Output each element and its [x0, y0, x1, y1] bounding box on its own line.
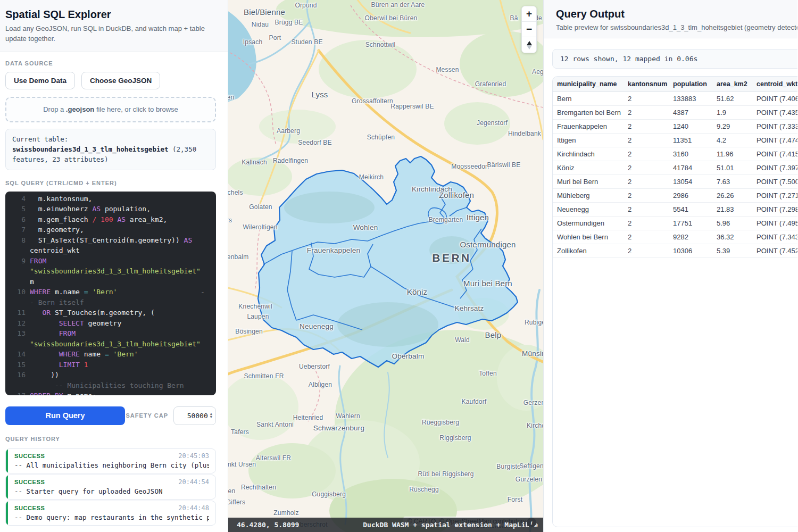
table-cell: Wohlen bei Bern — [553, 230, 624, 244]
geojson-dropzone[interactable]: Drop a .geojson file here, or click to b… — [5, 97, 216, 122]
table-row[interactable]: Köniz24178451.01POINT (7.3978 — [553, 161, 797, 175]
sidebar-body: DATA SOURCE Use Demo Data Choose GeoJSON… — [0, 60, 228, 532]
table-row[interactable]: Muri bei Bern2130547.63POINT (7.5000 — [553, 175, 797, 189]
output-body: 12 rows shown, 12 mapped in 0.06s munici… — [544, 38, 797, 527]
history-status: SUCCESS — [14, 479, 45, 485]
table-cell: POINT (7.2980 — [752, 203, 797, 217]
editor-line: 10WHERE m.name = 'Bern' - — [12, 287, 210, 297]
result-status: 12 rows shown, 12 mapped in 0.06s — [552, 49, 797, 69]
result-table-head: municipality_namekantonsnumpopulationare… — [553, 77, 797, 92]
history-item[interactable]: SUCCESS20:45:03-- All municipalities nei… — [5, 448, 216, 473]
table-cell: 2 — [624, 203, 669, 217]
editor-line: 5 m.einwohnerz AS population, — [12, 204, 210, 214]
query-output-panel: Query Output Table preview for swissboun… — [543, 0, 797, 532]
table-cell: 10306 — [669, 244, 712, 258]
column-header: area_km2 — [712, 77, 752, 92]
table-row[interactable]: Bremgarten bei Bern243871.9POINT (7.4354 — [553, 106, 797, 120]
history-query-text: -- Starter query for uploaded GeoJSON — [14, 487, 209, 495]
history-timestamp: 20:44:54 — [178, 478, 209, 486]
column-header: kantonsnum — [624, 77, 669, 92]
table-cell: Muri bei Bern — [553, 175, 624, 189]
engine-label: DuckDB WASM + spatial extension + MapLib… — [363, 521, 538, 529]
table-cell: POINT (7.5000 — [752, 175, 797, 189]
history-item[interactable]: SUCCESS20:44:54-- Starter query for uplo… — [5, 475, 216, 500]
table-row[interactable]: Mühleberg2298626.26POINT (7.2719 — [553, 189, 797, 203]
output-subtitle: Table preview for swissboundaries3d_1_3_… — [556, 23, 797, 31]
table-row[interactable]: Zollikofen2103065.39POINT (7.4524 — [553, 244, 797, 258]
output-title: Query Output — [556, 8, 797, 20]
editor-line: 12 SELECT geometry — [12, 318, 210, 329]
table-cell: POINT (7.3978 — [752, 161, 797, 175]
table-cell: Ittigen — [553, 134, 624, 147]
dropzone-text: Drop a .geojson file here, or click to b… — [43, 105, 178, 113]
table-cell: 2 — [624, 147, 669, 161]
table-cell: 9.29 — [712, 120, 752, 134]
history-success-bar — [6, 449, 8, 473]
table-cell: Bern — [553, 92, 624, 106]
editor-line: -- Municipalities touching Bern — [12, 380, 210, 391]
editor-line: 17ORDER BY m.name; — [12, 390, 210, 395]
compass-button[interactable] — [522, 37, 536, 53]
table-cell: 4387 — [669, 106, 712, 120]
table-cell: Zollikofen — [553, 244, 624, 258]
zoom-in-button[interactable]: + — [522, 6, 536, 22]
safety-cap-input[interactable]: 50000 ▲▼ — [173, 406, 216, 425]
column-header: municipality_name — [553, 77, 624, 92]
table-cell: 1240 — [669, 120, 712, 134]
table-row[interactable]: Ostermundigen2177515.96POINT (7.4955 — [553, 217, 797, 230]
table-cell: Mühleberg — [553, 189, 624, 203]
history-query-text: -- All municipalities neighboring Bern c… — [14, 461, 209, 469]
choose-geojson-button[interactable]: Choose GeoJSON — [81, 72, 160, 89]
map-canvas[interactable]: Biel/BienneOrpundBüren an der AareOberwi… — [228, 0, 543, 532]
history-status: SUCCESS — [14, 453, 45, 459]
safety-cap-label: SAFETY CAP — [126, 412, 168, 419]
table-row[interactable]: Kirchlindach2316011.96POINT (7.4157 — [553, 147, 797, 161]
table-row[interactable]: Wohlen bei Bern2928236.32POINT (7.3436 — [553, 230, 797, 244]
query-history-list: SUCCESS20:45:03-- All municipalities nei… — [5, 448, 216, 526]
info-icon[interactable]: i — [527, 518, 536, 527]
data-source-buttons: Use Demo Data Choose GeoJSON — [5, 72, 216, 89]
table-cell: POINT (7.3436 — [752, 230, 797, 244]
editor-line: 9FROM — [12, 256, 210, 267]
table-cell: Bremgarten bei Bern — [553, 106, 624, 120]
editor-line: 15 LIMIT 1 — [12, 360, 210, 370]
table-row[interactable]: Bern213388351.62POINT (7.4063 — [553, 92, 797, 106]
table-row[interactable]: Neuenegg2554121.83POINT (7.2980 — [553, 203, 797, 217]
table-cell: 2 — [624, 106, 669, 120]
editor-line: "swissboundaries3d_1_3_tlm_hoheitsgebiet… — [12, 339, 210, 350]
editor-line: 4 m.kantonsnum, — [12, 194, 210, 204]
table-cell: Köniz — [553, 161, 624, 175]
table-cell: 41784 — [669, 161, 712, 175]
table-cell: 11.96 — [712, 147, 752, 161]
app-subtitle: Load any GeoJSON, run SQL in DuckDB, and… — [5, 24, 216, 44]
sidebar: Spatial SQL Explorer Load any GeoJSON, r… — [0, 0, 228, 532]
table-cell: Neuenegg — [553, 203, 624, 217]
table-row[interactable]: Ittigen2113514.2POINT (7.4745 — [553, 134, 797, 147]
current-table-info: Current table: swissboundaries3d_1_3_tlm… — [5, 129, 216, 170]
history-success-bar — [6, 475, 8, 499]
table-cell: 2 — [624, 217, 669, 230]
editor-line: m — [12, 277, 210, 287]
table-cell: 13054 — [669, 175, 712, 189]
table-cell: 17751 — [669, 217, 712, 230]
run-query-button[interactable]: Run Query — [5, 406, 125, 425]
result-table-body: Bern213388351.62POINT (7.4063Bremgarten … — [553, 92, 797, 258]
editor-line: 16 )) — [12, 370, 210, 380]
editor-line: 13 FROM — [12, 328, 210, 339]
safety-cap-value: 50000 — [179, 412, 210, 420]
table-cell: Frauenkappelen — [553, 120, 624, 134]
table-row[interactable]: Frauenkappelen212409.29POINT (7.3334 — [553, 120, 797, 134]
table-cell: 1.9 — [712, 106, 752, 120]
sql-editor[interactable]: 4 m.kantonsnum,5 m.einwohnerz AS populat… — [5, 192, 216, 395]
table-cell: 51.62 — [712, 92, 752, 106]
table-cell: 11351 — [669, 134, 712, 147]
column-header: population — [669, 77, 712, 92]
table-cell: POINT (7.4354 — [752, 106, 797, 120]
stepper-arrows-icon[interactable]: ▲▼ — [210, 412, 212, 419]
history-status: SUCCESS — [14, 505, 45, 511]
table-cell: POINT (7.4745 — [752, 134, 797, 147]
history-item[interactable]: SUCCESS20:44:48-- Demo query: map restau… — [5, 501, 216, 526]
use-demo-data-button[interactable]: Use Demo Data — [5, 72, 75, 89]
table-cell: POINT (7.4157 — [752, 147, 797, 161]
zoom-out-button[interactable]: − — [522, 22, 536, 37]
